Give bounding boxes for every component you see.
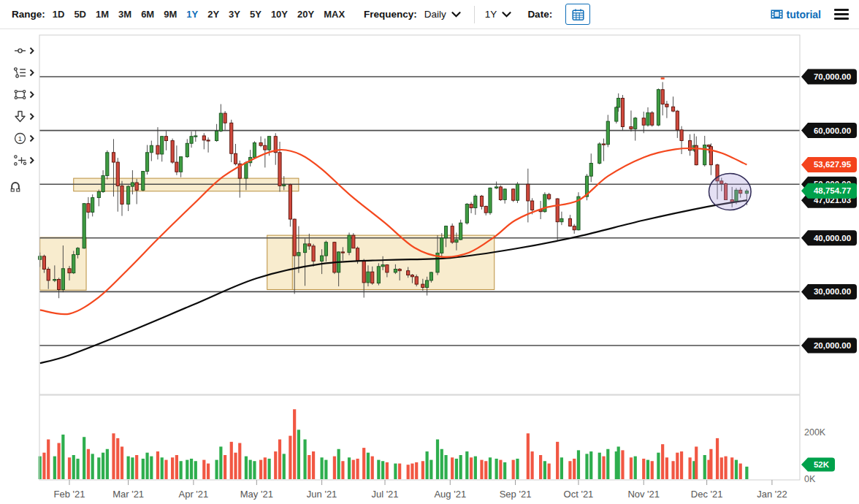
range-9m[interactable]: 9M: [164, 9, 177, 20]
candle-body: [560, 218, 563, 221]
candle-body: [362, 261, 365, 283]
range-10y[interactable]: 10Y: [271, 9, 288, 20]
range-3y[interactable]: 3Y: [229, 9, 240, 20]
range-1y-active[interactable]: 1Y: [186, 9, 198, 20]
candle-body: [430, 272, 432, 280]
volume-bar: [324, 460, 327, 479]
volume-bar: [121, 446, 123, 479]
volume-bar: [503, 462, 506, 479]
range-2y[interactable]: 2Y: [207, 9, 219, 20]
candle-body: [665, 104, 668, 107]
volume-bar: [411, 464, 413, 479]
candle-body: [58, 279, 61, 289]
volume-bar: [407, 465, 410, 479]
volume-bar: [61, 435, 64, 479]
candle-body: [112, 153, 115, 162]
candle-body: [308, 244, 310, 246]
volume-bar: [112, 433, 115, 479]
x-axis-month-label: May '21: [240, 489, 273, 500]
volume-bar: [190, 459, 193, 479]
fibonacci-tool[interactable]: [0, 149, 39, 171]
volume-bar: [219, 446, 222, 479]
candle-body: [356, 248, 359, 261]
candle-body: [131, 183, 134, 186]
range-1m[interactable]: 1M: [96, 9, 109, 20]
last-volume-tag-text: 52K: [814, 460, 830, 469]
magnet-tool[interactable]: [0, 175, 39, 196]
volume-bar: [459, 455, 462, 479]
x-axis-month-label: Nov '21: [627, 489, 660, 500]
volume-bar: [577, 450, 580, 479]
annotation-list-tool[interactable]: [0, 61, 39, 83]
range-max[interactable]: MAX: [324, 9, 345, 20]
range-6m[interactable]: 6M: [141, 9, 154, 20]
volume-bar: [730, 457, 733, 479]
price-pane-border: [39, 35, 800, 394]
range-3m[interactable]: 3M: [118, 9, 131, 20]
volume-bar: [739, 464, 742, 479]
candle-body: [474, 196, 477, 207]
candle-body: [83, 204, 85, 248]
date-picker-button[interactable]: [565, 4, 590, 25]
period-dropdown[interactable]: 1Y: [485, 9, 512, 20]
range-5d[interactable]: 5D: [74, 9, 86, 20]
candle-body: [150, 145, 153, 153]
volume-bar: [720, 457, 723, 479]
candle-body: [459, 223, 462, 240]
volume-bar: [543, 461, 546, 479]
candle-body: [444, 226, 447, 238]
chevron-right-icon: [29, 112, 34, 121]
number-tool[interactable]: 1: [0, 127, 39, 149]
trendline-tool[interactable]: [0, 39, 39, 61]
candle-body: [680, 130, 683, 141]
candle-body: [224, 113, 226, 123]
volume-bar: [527, 433, 530, 479]
volume-bar: [430, 460, 432, 479]
frequency-label: Frequency:: [364, 9, 417, 20]
candle-body: [312, 246, 315, 261]
volume-bar: [474, 457, 477, 479]
volume-bar: [97, 457, 100, 479]
candle-body: [283, 185, 286, 186]
volume-bar: [58, 443, 61, 480]
candle-body: [39, 256, 42, 259]
fibonacci-icon: [13, 153, 27, 167]
candle-body: [253, 143, 256, 158]
ma50-price-tag-text: 53,627.95: [814, 160, 852, 169]
menu-icon[interactable]: [833, 7, 850, 22]
frequency-value: Daily: [424, 9, 446, 20]
toolbar: Range: 1D 5D 1M 3M 6M 9M 1Y 2Y 3Y 5Y 10Y…: [0, 0, 859, 29]
rectangle-shape-icon: [13, 88, 27, 102]
candle-body: [352, 235, 355, 248]
volume-bar: [630, 457, 633, 479]
volume-bar: [495, 459, 498, 479]
candle-body: [175, 162, 178, 172]
tutorial-link[interactable]: tutorial: [771, 9, 821, 20]
range-20y[interactable]: 20Y: [297, 9, 314, 20]
chart-canvas[interactable]: Feb '21Mar '21Apr '21May '21Jun '21Jul '…: [0, 0, 859, 504]
arrow-tool[interactable]: [0, 105, 39, 127]
moving-averages-layer: [40, 77, 747, 363]
range-1d[interactable]: 1D: [53, 9, 65, 20]
volume-bar: [421, 461, 424, 479]
volume-bar: [47, 440, 50, 479]
range-5y[interactable]: 5Y: [250, 9, 261, 20]
candle-body: [394, 269, 397, 272]
volume-bar: [444, 455, 447, 479]
x-axis-month-label: Oct '21: [564, 489, 594, 500]
candle-body: [121, 186, 123, 204]
rectangle-tool[interactable]: [0, 83, 39, 105]
x-axis-month-label: Aug '21: [434, 489, 466, 500]
candle-body: [548, 194, 551, 199]
volume-bar: [362, 448, 365, 479]
date-label: Date:: [527, 9, 552, 20]
candle-body: [657, 90, 660, 126]
frequency-dropdown[interactable]: Daily: [424, 9, 461, 20]
volume-bar: [253, 461, 256, 479]
candle-body: [367, 272, 370, 283]
volume-bar: [337, 449, 340, 479]
volume-bar: [436, 440, 439, 479]
candle-body: [661, 90, 664, 104]
candle-body: [53, 279, 56, 280]
volume-bar: [394, 464, 397, 479]
